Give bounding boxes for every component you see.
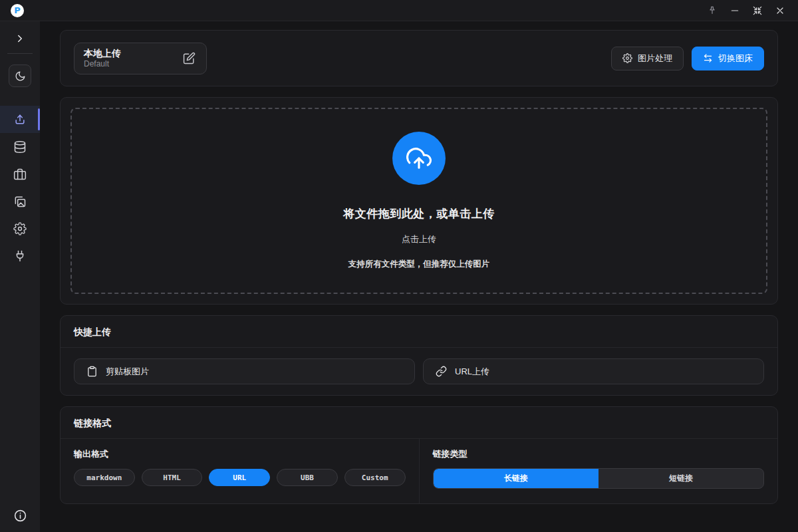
chevron-right-icon [14,33,26,45]
switch-uploader-label: 切换图床 [718,53,753,65]
info-icon [13,509,27,523]
gear-icon [622,53,632,63]
switch-uploader-button[interactable]: 切换图床 [692,47,764,70]
clipboard-upload-button[interactable]: 剪贴板图片 [74,358,415,384]
gear-icon [13,222,27,235]
shrink-icon [752,5,763,16]
quick-upload-header: 快捷上传 [61,316,777,348]
edit-uploader-button[interactable] [182,51,197,66]
output-format-pills: markdown HTML URL UBB Custom [74,469,406,486]
format-pill-markdown[interactable]: markdown [74,469,135,486]
moon-icon [15,70,26,82]
url-upload-button[interactable]: URL上传 [423,358,764,384]
plug-icon [13,249,27,263]
swap-arrows-icon [703,53,713,63]
uploader-meta: 本地上传 Default [84,48,182,69]
briefcase-icon [13,168,27,181]
dropzone-hint: 支持所有文件类型，但推荐仅上传图片 [348,259,490,270]
pin-window-button[interactable] [701,1,724,20]
sidebar-item-album[interactable] [0,133,40,160]
main-content: 本地上传 Default 图片处理 切换图床 [40,21,798,532]
sidebar-item-gallery[interactable] [0,188,40,215]
upload-card: 将文件拖到此处，或单击上传 点击上传 支持所有文件类型，但推荐仅上传图片 [60,97,778,305]
link-type-column: 链接类型 长链接 短链接 [419,439,778,503]
output-format-column: 输出格式 markdown HTML URL UBB Custom [61,439,419,503]
format-pill-ubb[interactable]: UBB [277,469,338,486]
format-pill-url[interactable]: URL [209,469,270,486]
link-format-card: 链接格式 输出格式 markdown HTML URL UBB Custom 链… [60,406,778,504]
format-pill-html[interactable]: HTML [142,469,203,486]
images-icon [13,195,27,208]
sidebar-divider [7,53,33,54]
output-format-label: 输出格式 [74,448,406,460]
link-type-segmented-control: 长链接 短链接 [433,468,765,489]
app-logo-letter: P [14,5,21,15]
dropzone-subtitle: 点击上传 [402,233,436,245]
sidebar-item-manage[interactable] [0,160,40,188]
close-icon [775,5,785,16]
cloud-upload-icon [406,146,432,171]
segment-long-link[interactable]: 长链接 [434,469,598,488]
quick-upload-card: 快捷上传 剪贴板图片 URL上传 [60,315,778,396]
link-type-label: 链接类型 [433,448,765,460]
pin-icon [707,5,718,16]
quick-upload-body: 剪贴板图片 URL上传 [61,348,777,395]
sidebar-item-upload[interactable] [0,106,40,133]
uploader-name: 本地上传 [84,48,182,59]
segment-short-link[interactable]: 短链接 [598,469,763,488]
clipboard-upload-label: 剪贴板图片 [106,366,149,378]
uploader-config: Default [84,59,182,69]
header-actions: 图片处理 切换图床 [611,47,764,70]
edit-icon [183,52,196,65]
theme-toggle-button[interactable] [9,65,31,87]
url-upload-label: URL上传 [455,366,489,378]
clipboard-icon [86,366,98,377]
image-process-label: 图片处理 [638,53,672,65]
quick-upload-title: 快捷上传 [74,327,111,337]
sidebar-item-settings[interactable] [0,215,40,242]
format-pill-custom[interactable]: Custom [344,469,406,486]
close-button[interactable] [769,1,791,20]
link-format-body: 输出格式 markdown HTML URL UBB Custom 链接类型 长… [61,439,777,503]
sidebar-nav [0,106,40,269]
shrink-window-button[interactable] [746,1,769,20]
link-format-title: 链接格式 [74,418,111,428]
upload-circle [392,132,446,185]
sidebar [0,21,40,532]
app-logo: P [11,4,24,17]
uploader-header-card: 本地上传 Default 图片处理 切换图床 [60,30,778,86]
minimize-button[interactable] [724,1,746,20]
link-icon [436,366,447,377]
current-uploader-card[interactable]: 本地上传 Default [74,43,207,74]
titlebar: P [0,0,798,21]
upload-dropzone[interactable]: 将文件拖到此处，或单击上传 点击上传 支持所有文件类型，但推荐仅上传图片 [70,108,767,294]
minimize-icon [730,5,740,16]
image-process-button[interactable]: 图片处理 [611,47,684,70]
database-icon [13,140,27,154]
link-format-header: 链接格式 [61,407,777,439]
about-button[interactable] [13,509,27,523]
sidebar-collapse-button[interactable] [8,29,32,48]
dropzone-title: 将文件拖到此处，或单击上传 [343,206,495,221]
sidebar-item-plugins[interactable] [0,242,40,269]
upload-icon [13,113,27,126]
